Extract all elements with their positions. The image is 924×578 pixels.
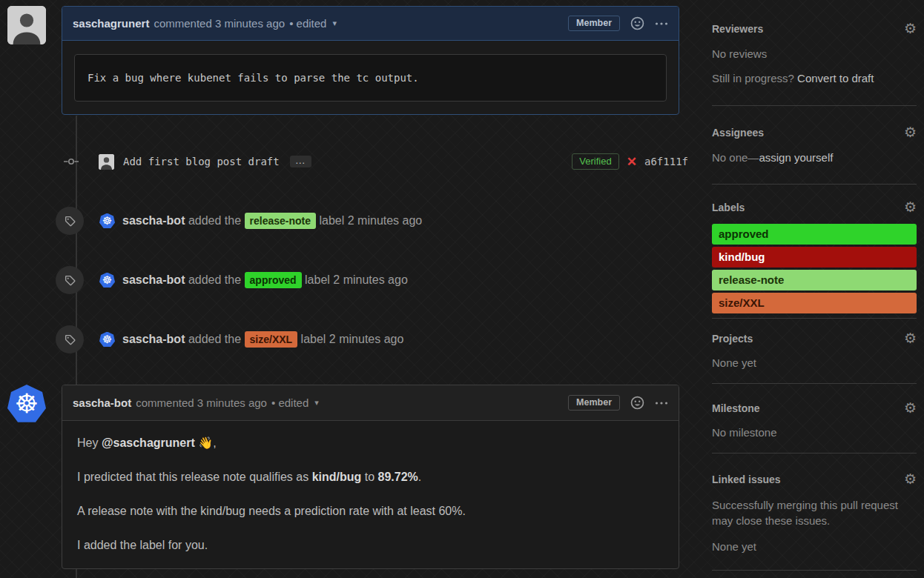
prediction-period: . (418, 471, 421, 483)
emoji-reaction-button[interactable] (630, 396, 644, 410)
commit-message[interactable]: Add first blog post draft (123, 156, 280, 167)
avatar-saschagrunert[interactable] (7, 6, 46, 44)
linked-issues-empty: None yet (712, 540, 917, 553)
reviewers-title: Reviewers (712, 23, 763, 35)
prediction-paragraph: I predicted that this release note quali… (77, 470, 664, 485)
label-event-approved: ☸ sascha-bot added the approved label 2 … (7, 265, 697, 295)
milestone-empty: No milestone (712, 426, 917, 439)
linked-issues-desc: Successfully merging this pull request m… (712, 497, 917, 528)
label-chip-approved[interactable]: approved (245, 272, 302, 288)
status-failed-x-icon[interactable]: ✕ (627, 154, 637, 170)
comment-timestamp[interactable]: commented 3 minutes ago (136, 396, 267, 409)
comment-timestamp[interactable]: commented 3 minutes ago (154, 17, 285, 30)
tag-icon (56, 266, 84, 294)
assign-yourself-link[interactable]: assign yourself (759, 151, 833, 164)
event-suffix: label 2 minutes ago (301, 333, 404, 345)
greeting-paragraph: Hey @saschagrunert 👋, (77, 436, 664, 451)
label-event-release-note: ☸ sascha-bot added the release-note labe… (7, 206, 697, 236)
commit-sha[interactable]: a6f111f (644, 156, 688, 167)
avatar-sascha-bot[interactable]: ☸ (99, 332, 115, 348)
assignees-empty-text: No one— (712, 151, 759, 164)
comment-author[interactable]: sascha-bot (73, 396, 131, 409)
hint-text: Still in progress? (712, 72, 797, 84)
kubernetes-wheel-icon: ☸ (15, 391, 39, 417)
comment-body: Fix a bug where kubenet fails to parse t… (62, 54, 679, 102)
tag-icon (56, 325, 84, 353)
commit-event: Add first blog post draft … Verified ✕ a… (7, 148, 697, 175)
reviewers-hint: Still in progress? Convert to draft (712, 72, 917, 84)
event-suffix: label 2 minutes ago (305, 273, 408, 286)
comment-body: Hey @saschagrunert 👋, I predicted that t… (62, 421, 679, 578)
milestone-title: Milestone (712, 402, 760, 414)
event-actor[interactable]: sascha-bot (122, 214, 185, 227)
pull-request-page: saschagrunert commented 3 minutes ago • … (0, 0, 924, 578)
prediction-mid: to (361, 471, 377, 483)
tag-icon (56, 207, 84, 235)
gear-icon[interactable]: ⚙ (904, 331, 917, 345)
comment-author[interactable]: saschagrunert (73, 17, 149, 30)
kebab-menu-button[interactable] (655, 401, 668, 405)
gear-icon[interactable]: ⚙ (904, 401, 917, 415)
edited-indicator[interactable]: • edited (289, 17, 326, 30)
kubernetes-wheel-icon: ☸ (102, 334, 112, 345)
closing-paragraph: I added the label for you. (77, 538, 664, 553)
mention-link[interactable]: @saschagrunert (102, 436, 195, 449)
gear-icon[interactable]: ⚙ (904, 125, 917, 139)
pr-description-comment: saschagrunert commented 3 minutes ago • … (62, 6, 679, 115)
rule-paragraph: A release note with the kind/bug needs a… (77, 504, 664, 519)
verified-badge[interactable]: Verified (572, 153, 618, 170)
edited-indicator[interactable]: • edited (271, 396, 308, 409)
prediction-text: I predicted that this release note quali… (77, 471, 312, 483)
assignees-empty: No one—assign yourself (712, 151, 917, 164)
member-badge: Member (568, 16, 620, 31)
commit-author-avatar[interactable] (99, 154, 114, 170)
event-actor[interactable]: sascha-bot (122, 333, 185, 345)
reviewers-section: Reviewers ⚙ No reviews Still in progress… (712, 0, 917, 106)
assignees-title: Assignees (712, 127, 764, 139)
convert-to-draft-link[interactable]: Convert to draft (797, 72, 874, 84)
smiley-icon (630, 396, 644, 410)
release-note-code-block: Fix a bug where kubenet fails to parse t… (74, 54, 667, 102)
kebab-menu-button[interactable] (655, 21, 668, 26)
projects-empty: None yet (712, 356, 917, 369)
avatar-sascha-bot-large[interactable]: ☸ (7, 385, 46, 423)
event-text: sascha-bot added the size/XXL label 2 mi… (122, 331, 403, 348)
label-chip-size-xxl[interactable]: size/XXL (245, 331, 298, 348)
event-text: sascha-bot added the approved label 2 mi… (122, 272, 408, 288)
projects-title: Projects (712, 333, 753, 345)
wave-emoji-icon: 👋 (198, 436, 213, 449)
sidebar-label-approved[interactable]: approved (712, 224, 917, 245)
gear-icon[interactable]: ⚙ (904, 200, 917, 214)
kebab-horizontal-icon (655, 401, 668, 405)
linked-issues-title: Linked issues (712, 474, 781, 485)
commit-expand-button[interactable]: … (290, 156, 311, 167)
event-text: sascha-bot added the release-note label … (122, 213, 422, 229)
label-event-size-xxl: ☸ sascha-bot added the size/XXL label 2 … (7, 325, 697, 354)
person-photo-icon (7, 6, 46, 44)
kebab-horizontal-icon (655, 21, 668, 26)
linked-issues-section: Linked issues ⚙ Successfully merging thi… (712, 454, 917, 571)
assignees-section: Assignees ⚙ No one—assign yourself (712, 106, 917, 185)
labels-section: Labels ⚙ approved kind/bug release-note … (712, 185, 917, 319)
greeting-text: Hey (77, 436, 102, 449)
event-action: added the (188, 214, 241, 227)
gear-icon[interactable]: ⚙ (904, 472, 917, 486)
gear-icon[interactable]: ⚙ (904, 21, 917, 36)
reviewers-empty: No reviews (712, 47, 917, 60)
event-action: added the (188, 273, 241, 286)
event-actor[interactable]: sascha-bot (122, 273, 185, 286)
labels-title: Labels (712, 202, 745, 213)
smiley-icon (630, 16, 644, 30)
label-chip-release-note[interactable]: release-note (245, 213, 316, 229)
chevron-down-icon[interactable]: ▾ (314, 398, 319, 408)
sidebar: Reviewers ⚙ No reviews Still in progress… (712, 0, 917, 571)
sidebar-label-release-note[interactable]: release-note (712, 270, 917, 290)
sidebar-label-kind-bug[interactable]: kind/bug (712, 247, 917, 268)
avatar-sascha-bot[interactable]: ☸ (99, 213, 115, 229)
sidebar-label-size-xxl[interactable]: size/XXL (712, 293, 917, 313)
avatar-sascha-bot[interactable]: ☸ (99, 273, 115, 288)
bot-comment: sascha-bot commented 3 minutes ago • edi… (62, 385, 679, 569)
emoji-reaction-button[interactable] (630, 16, 644, 30)
chevron-down-icon[interactable]: ▾ (332, 19, 337, 28)
kubernetes-wheel-icon: ☸ (102, 275, 112, 286)
